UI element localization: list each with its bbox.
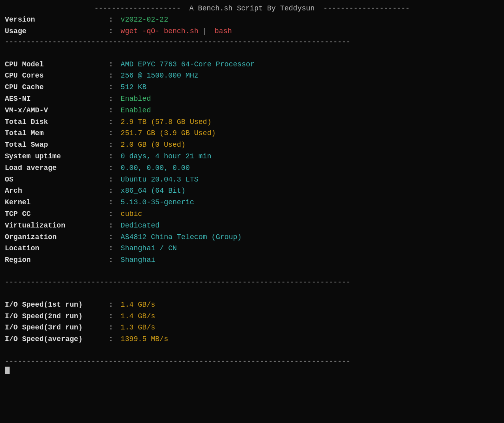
region-label: Region (5, 254, 109, 266)
loc-row: Location : Shanghai / CN (5, 243, 499, 254)
io2-label: I/O Speed(2nd run) (5, 311, 109, 322)
aes-colon: : (109, 93, 118, 105)
swap-colon: : (109, 139, 118, 151)
io1-row: I/O Speed(1st run) : 1.4 GB/s (5, 299, 499, 311)
io-avg-label: I/O Speed(average) (5, 333, 109, 345)
region-colon: : (109, 254, 118, 266)
tcp-value: cubic (121, 208, 142, 220)
loc-value: Shanghai / CN (121, 243, 177, 254)
cpu-model-value: AMD EPYC 7763 64-Core Processor (121, 59, 255, 70)
load-label: Load average (5, 162, 109, 174)
blank-3 (5, 287, 499, 299)
org-label: Organization (5, 231, 109, 243)
cpu-model-colon: : (109, 59, 118, 70)
org-colon: : (109, 231, 118, 243)
cpu-model-label: CPU Model (5, 59, 109, 70)
aes-value: Enabled (121, 93, 151, 105)
cpu-cache-row: CPU Cache : 512 KB (5, 82, 499, 93)
arch-label: Arch (5, 185, 109, 197)
vmx-row: VM-x/AMD-V : Enabled (5, 105, 499, 116)
cpu-cache-value: 512 KB (121, 82, 147, 93)
region-row: Region : Shanghai (5, 254, 499, 266)
arch-row: Arch : x86_64 (64 Bit) (5, 185, 499, 197)
kernel-colon: : (109, 197, 118, 208)
org-row: Organization : AS4812 China Telecom (Gro… (5, 231, 499, 243)
blank-2 (5, 266, 499, 277)
header-title: A Bench.sh Script By Teddysun (189, 4, 314, 12)
disk-value: 2.9 TB (57.8 GB Used) (121, 116, 212, 128)
arch-value: x86_64 (64 Bit) (121, 185, 186, 197)
io2-value: 1.4 GB/s (121, 311, 155, 322)
os-row: OS : Ubuntu 20.04.3 LTS (5, 174, 499, 186)
uptime-row: System uptime : 0 days, 4 hour 21 min (5, 151, 499, 162)
header-divider-top: -------------------- A Bench.sh Script B… (5, 3, 499, 14)
mem-label: Total Mem (5, 128, 109, 139)
kernel-value: 5.13.0-35-generic (121, 197, 194, 208)
kernel-row: Kernel : 5.13.0-35-generic (5, 197, 499, 208)
io2-row: I/O Speed(2nd run) : 1.4 GB/s (5, 311, 499, 322)
mem-value: 251.7 GB (3.9 GB Used) (121, 128, 216, 139)
virt-row: Virtualization : Dedicated (5, 220, 499, 231)
loc-label: Location (5, 243, 109, 254)
version-row: Version : v2022-02-22 (5, 14, 499, 26)
vmx-label: VM-x/AMD-V (5, 105, 109, 116)
cpu-cores-value: 256 @ 1500.000 MHz (121, 70, 198, 82)
swap-value: 2.0 GB (0 Used) (121, 139, 186, 151)
io1-value: 1.4 GB/s (121, 299, 155, 311)
divider-1: ----------------------------------------… (5, 37, 499, 47)
uptime-label: System uptime (5, 151, 109, 162)
os-label: OS (5, 174, 109, 186)
load-row: Load average : 0.00, 0.00, 0.00 (5, 162, 499, 174)
usage-value2: bash (214, 26, 232, 37)
blank-4 (5, 345, 499, 357)
tcp-row: TCP CC : cubic (5, 208, 499, 220)
virt-label: Virtualization (5, 220, 109, 231)
cpu-cache-label: CPU Cache (5, 82, 109, 93)
aes-label: AES-NI (5, 93, 109, 105)
os-colon: : (109, 174, 118, 186)
org-value: AS4812 China Telecom (Group) (121, 231, 242, 243)
virt-colon: : (109, 220, 118, 231)
terminal: -------------------- A Bench.sh Script B… (5, 3, 499, 374)
uptime-colon: : (109, 151, 118, 162)
swap-row: Total Swap : 2.0 GB (0 Used) (5, 139, 499, 151)
tcp-label: TCP CC (5, 208, 109, 220)
divider-bottom: ----------------------------------------… (5, 357, 499, 367)
io3-label: I/O Speed(3rd run) (5, 322, 109, 333)
tcp-colon: : (109, 208, 118, 220)
vmx-colon: : (109, 105, 118, 116)
version-label: Version (5, 14, 109, 26)
usage-label: Usage (5, 26, 109, 37)
disk-row: Total Disk : 2.9 TB (57.8 GB Used) (5, 116, 499, 128)
usage-pipe: | (198, 26, 211, 37)
os-value: Ubuntu 20.04.3 LTS (121, 174, 198, 186)
arch-colon: : (109, 185, 118, 197)
cpu-cores-colon: : (109, 70, 118, 82)
load-value: 0.00, 0.00, 0.00 (121, 162, 190, 174)
aes-row: AES-NI : Enabled (5, 93, 499, 105)
version-value: v2022-02-22 (121, 14, 168, 26)
disk-colon: : (109, 116, 118, 128)
virt-value: Dedicated (121, 220, 160, 231)
mem-colon: : (109, 128, 118, 139)
io-avg-value: 1399.5 MB/s (121, 333, 168, 345)
region-value: Shanghai (121, 254, 155, 266)
cpu-cache-colon: : (109, 82, 118, 93)
cpu-cores-label: CPU Cores (5, 70, 109, 82)
io3-colon: : (109, 322, 118, 333)
vmx-value: Enabled (121, 105, 151, 116)
usage-colon: : (109, 26, 118, 37)
cpu-model-row: CPU Model : AMD EPYC 7763 64-Core Proces… (5, 59, 499, 70)
io2-colon: : (109, 311, 118, 322)
disk-label: Total Disk (5, 116, 109, 128)
uptime-value: 0 days, 4 hour 21 min (121, 151, 212, 162)
cursor (5, 367, 10, 374)
cursor-row (5, 367, 499, 374)
version-colon: : (109, 14, 118, 26)
cpu-cores-row: CPU Cores : 256 @ 1500.000 MHz (5, 70, 499, 82)
usage-value1: wget -qO- bench.sh (121, 26, 198, 37)
kernel-label: Kernel (5, 197, 109, 208)
io-avg-row: I/O Speed(average) : 1399.5 MB/s (5, 333, 499, 345)
divider-2: ----------------------------------------… (5, 277, 499, 287)
swap-label: Total Swap (5, 139, 109, 151)
